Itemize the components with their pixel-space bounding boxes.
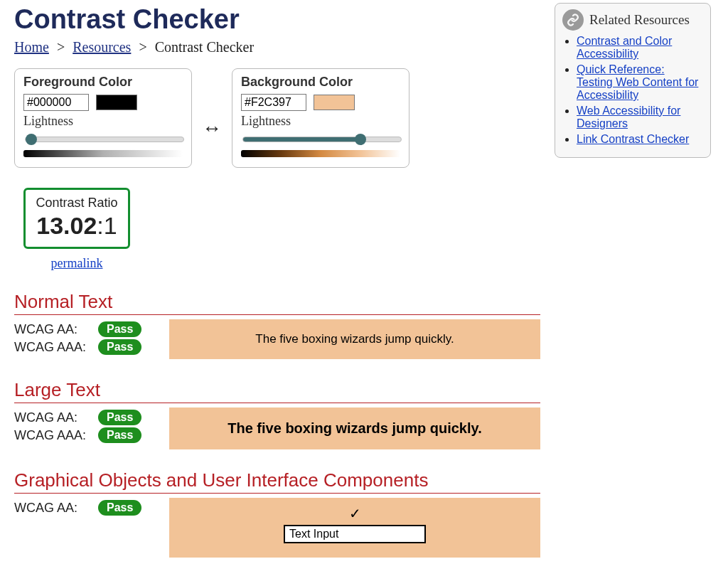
- related-resources-title: Related Resources: [589, 12, 690, 28]
- related-link[interactable]: Contrast and Color Accessibility: [577, 35, 672, 60]
- normal-aaa-badge: Pass: [98, 339, 141, 355]
- background-lightness-label: Lightness: [241, 114, 400, 129]
- section-ui-title: Graphical Objects and User Interface Com…: [14, 469, 540, 494]
- ui-sample-box: ✓: [169, 498, 540, 558]
- contrast-ratio-box: Contrast Ratio 13.02:1: [23, 188, 129, 249]
- swap-colors-icon[interactable]: ↔: [202, 117, 222, 139]
- permalink-link[interactable]: permalink: [20, 256, 134, 271]
- foreground-title: Foreground Color: [23, 75, 183, 90]
- ui-text-input[interactable]: [284, 525, 426, 543]
- large-aaa-badge: Pass: [98, 427, 141, 443]
- related-link[interactable]: Link Contrast Checker: [577, 133, 689, 145]
- background-hex-input[interactable]: [241, 94, 306, 111]
- foreground-swatch[interactable]: [96, 95, 137, 110]
- ui-aa-label: WCAG AA:: [14, 501, 91, 516]
- ui-aa-badge: Pass: [98, 500, 141, 516]
- normal-aaa-label: WCAG AAA:: [14, 340, 91, 355]
- contrast-ratio-suffix: :1: [97, 212, 117, 239]
- foreground-panel: Foreground Color Lightness: [14, 68, 192, 168]
- large-aa-badge: Pass: [98, 410, 141, 425]
- foreground-hex-input[interactable]: [23, 94, 89, 111]
- normal-aa-badge: Pass: [98, 321, 141, 337]
- large-aa-label: WCAG AA:: [14, 410, 91, 425]
- foreground-lightness-label: Lightness: [23, 114, 183, 129]
- breadcrumb: Home > Resources > Contrast Checker: [14, 39, 540, 55]
- contrast-ratio-value: 13.02: [36, 212, 97, 239]
- contrast-ratio-label: Contrast Ratio: [36, 196, 117, 211]
- related-resources-panel: Related Resources Contrast and Color Acc…: [555, 3, 711, 158]
- related-link[interactable]: Web Accessibility for Designers: [577, 105, 680, 129]
- background-lightness-slider[interactable]: [242, 137, 402, 142]
- related-link[interactable]: Quick Reference: Testing Web Content for…: [577, 63, 698, 101]
- check-icon: ✓: [349, 506, 361, 521]
- page-title: Contrast Checker: [14, 4, 540, 35]
- foreground-lightness-slider[interactable]: [25, 137, 184, 142]
- background-gradient: [241, 150, 400, 157]
- breadcrumb-resources[interactable]: Resources: [73, 39, 131, 55]
- link-icon: [562, 9, 584, 31]
- large-sample-text: The five boxing wizards jump quickly.: [228, 420, 481, 437]
- list-item: Link Contrast Checker: [577, 133, 703, 146]
- large-sample-box[interactable]: The five boxing wizards jump quickly.: [169, 407, 540, 449]
- section-large-title: Large Text: [14, 379, 540, 403]
- foreground-gradient: [23, 150, 183, 157]
- breadcrumb-sep: >: [139, 39, 146, 55]
- background-swatch[interactable]: [314, 95, 355, 110]
- list-item: Quick Reference: Testing Web Content for…: [577, 63, 703, 102]
- breadcrumb-current: Contrast Checker: [155, 39, 254, 55]
- normal-sample-text: The five boxing wizards jump quickly.: [255, 332, 454, 346]
- list-item: Contrast and Color Accessibility: [577, 35, 703, 60]
- breadcrumb-sep: >: [57, 39, 65, 55]
- large-aaa-label: WCAG AAA:: [14, 428, 91, 443]
- normal-aa-label: WCAG AA:: [14, 322, 91, 337]
- normal-sample-box[interactable]: The five boxing wizards jump quickly.: [169, 319, 540, 359]
- breadcrumb-home[interactable]: Home: [14, 39, 49, 55]
- background-panel: Background Color Lightness: [232, 68, 410, 168]
- section-normal-title: Normal Text: [14, 291, 540, 315]
- background-title: Background Color: [241, 75, 400, 90]
- list-item: Web Accessibility for Designers: [577, 105, 703, 130]
